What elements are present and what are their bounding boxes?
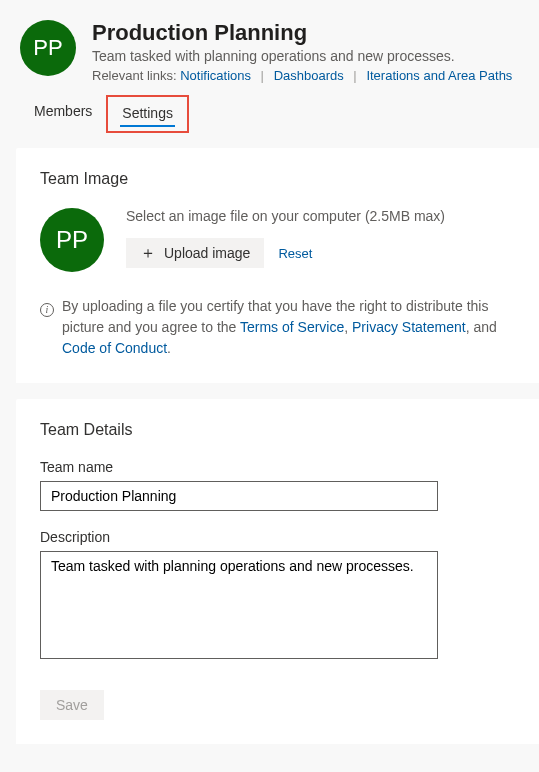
save-button[interactable]: Save (40, 690, 104, 720)
team-image-row: PP Select an image file on your computer… (40, 208, 515, 272)
team-image-card: Team Image PP Select an image file on yo… (16, 148, 539, 383)
team-avatar: PP (20, 20, 76, 76)
team-image-title: Team Image (40, 170, 515, 188)
team-title: Production Planning (92, 20, 512, 46)
description-input[interactable] (40, 551, 438, 659)
team-header: PP Production Planning Team tasked with … (0, 0, 539, 83)
disclaimer-sep: , and (466, 319, 497, 335)
team-details-title: Team Details (40, 421, 515, 439)
description-label: Description (40, 529, 515, 545)
upload-button-row: ＋ Upload image Reset (126, 238, 515, 268)
team-details-card: Team Details Team name Description Save (16, 399, 539, 744)
link-iterations[interactable]: Iterations and Area Paths (366, 68, 512, 83)
info-icon: i (40, 298, 54, 359)
upload-disclaimer: i By uploading a file you certify that y… (40, 296, 515, 359)
disclaimer-sep: , (344, 319, 352, 335)
link-separator: | (261, 68, 264, 83)
links-label: Relevant links: (92, 68, 177, 83)
link-separator: | (353, 68, 356, 83)
team-subtitle: Team tasked with planning operations and… (92, 48, 512, 64)
upload-image-label: Upload image (164, 245, 250, 261)
team-name-group: Team name (40, 459, 515, 511)
tab-settings[interactable]: Settings (106, 95, 189, 133)
relevant-links: Relevant links: Notifications | Dashboar… (92, 68, 512, 83)
link-dashboards[interactable]: Dashboards (274, 68, 344, 83)
team-name-label: Team name (40, 459, 515, 475)
link-terms-of-service[interactable]: Terms of Service (240, 319, 344, 335)
plus-icon: ＋ (140, 245, 156, 261)
upload-hint: Select an image file on your computer (2… (126, 208, 515, 224)
tab-bar: Members Settings (0, 83, 539, 134)
link-code-of-conduct[interactable]: Code of Conduct (62, 340, 167, 356)
header-text: Production Planning Team tasked with pla… (92, 20, 512, 83)
link-privacy-statement[interactable]: Privacy Statement (352, 319, 466, 335)
tab-members[interactable]: Members (20, 95, 106, 133)
team-image-avatar: PP (40, 208, 104, 272)
link-notifications[interactable]: Notifications (180, 68, 251, 83)
description-group: Description (40, 529, 515, 662)
team-image-controls: Select an image file on your computer (2… (126, 208, 515, 268)
disclaimer-period: . (167, 340, 171, 356)
disclaimer-text: By uploading a file you certify that you… (62, 296, 515, 359)
team-name-input[interactable] (40, 481, 438, 511)
reset-image-button[interactable]: Reset (278, 246, 312, 261)
upload-image-button[interactable]: ＋ Upload image (126, 238, 264, 268)
